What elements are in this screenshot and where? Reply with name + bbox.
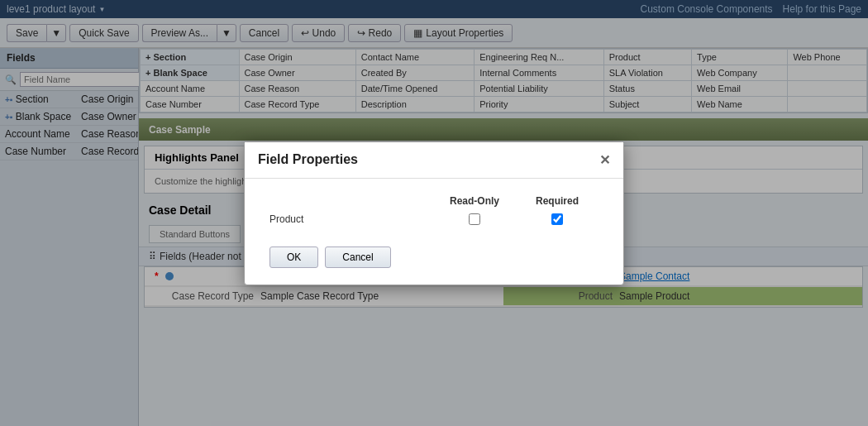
read-only-checkbox-cell: [433, 213, 516, 225]
modal-grid: Read-Only Required Product: [269, 195, 599, 225]
read-only-checkbox[interactable]: [469, 213, 480, 225]
modal-title: Field Properties: [258, 152, 358, 167]
modal-body: Read-Only Required Product: [245, 179, 623, 238]
read-only-header: Read-Only: [433, 195, 516, 207]
required-header: Required: [516, 195, 599, 207]
modal-cancel-button[interactable]: Cancel: [325, 247, 390, 268]
modal-header: Field Properties ✕: [245, 142, 623, 179]
modal-close-button[interactable]: ✕: [599, 152, 610, 168]
required-checkbox[interactable]: [551, 213, 563, 225]
modal-ok-button[interactable]: OK: [269, 247, 318, 268]
required-checkbox-cell: [516, 213, 599, 225]
modal-footer: OK Cancel: [245, 238, 623, 285]
modal-overlay: Field Properties ✕ Read-Only Required Pr…: [0, 0, 868, 426]
field-properties-modal: Field Properties ✕ Read-Only Required Pr…: [244, 141, 624, 285]
product-field-label: Product: [269, 213, 433, 225]
